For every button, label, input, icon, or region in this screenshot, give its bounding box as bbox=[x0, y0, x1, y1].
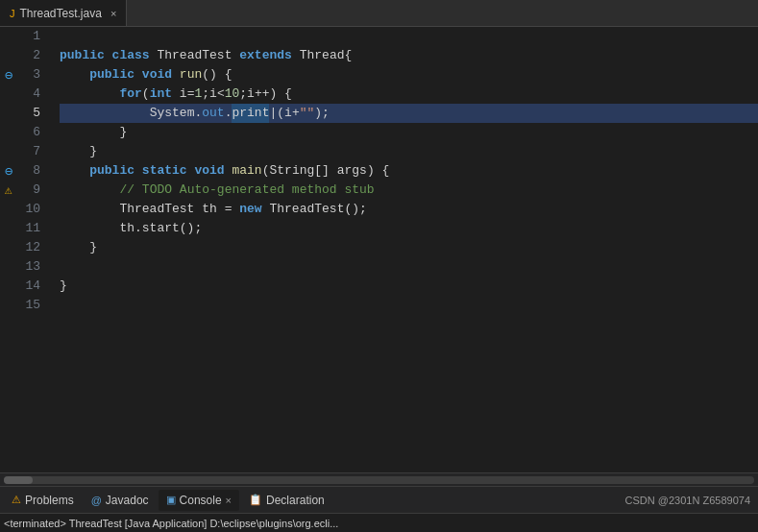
code-line-10: ThreadTest th = new ThreadTest(); bbox=[60, 200, 758, 219]
problems-icon: ⚠ bbox=[12, 494, 21, 506]
code-line-1 bbox=[60, 27, 758, 46]
marker-line-3: ⊖ bbox=[0, 65, 17, 85]
tab-close-button[interactable]: × bbox=[110, 8, 116, 19]
console-tab-close[interactable]: × bbox=[226, 495, 232, 506]
code-line-7: } bbox=[60, 142, 758, 161]
line-num-11: 11 bbox=[17, 219, 46, 238]
line-num-13: 13 bbox=[17, 257, 46, 277]
tab-bar: J ThreadTest.java × bbox=[0, 0, 758, 27]
editor-tab[interactable]: J ThreadTest.java × bbox=[0, 0, 127, 26]
marker-line-6 bbox=[0, 123, 17, 142]
scrollbar-thumb[interactable] bbox=[4, 476, 33, 484]
code-line-11: th.start(); bbox=[60, 219, 758, 238]
marker-line-8: ⊖ bbox=[0, 161, 17, 181]
code-line-12: } bbox=[60, 238, 758, 257]
code-line-15 bbox=[60, 296, 758, 315]
marker-line-5 bbox=[0, 104, 17, 123]
editor-area: ⊖ ⊖ ⚠ 1 2 3 4 5 6 7 8 9 10 11 12 13 14 1… bbox=[0, 27, 758, 472]
console-tab-label: Console bbox=[180, 494, 222, 507]
bottom-tabs-bar: ⚠ Problems @ Javadoc ▣ Console × 📋 Decla… bbox=[0, 486, 758, 513]
java-file-icon: J bbox=[10, 8, 15, 19]
line-num-1: 1 bbox=[17, 27, 46, 46]
code-line-6: } bbox=[60, 123, 758, 142]
line-num-8: 8 bbox=[17, 161, 46, 181]
marker-line-7 bbox=[0, 142, 17, 161]
code-line-14: } bbox=[60, 277, 758, 296]
marker-line-1 bbox=[0, 27, 17, 46]
code-line-4: for(int i=1;i<10;i++) { bbox=[60, 85, 758, 104]
marker-line-15 bbox=[0, 296, 17, 315]
line-numbers: 1 2 3 4 5 6 7 8 9 10 11 12 13 14 15 bbox=[17, 27, 52, 472]
marker-line-2 bbox=[0, 46, 17, 65]
line-num-2: 2 bbox=[17, 46, 46, 65]
line-num-12: 12 bbox=[17, 238, 46, 257]
line-num-10: 10 bbox=[17, 200, 46, 219]
code-line-8: public static void main(String[] args) { bbox=[60, 161, 758, 181]
marker-line-11 bbox=[0, 219, 17, 238]
console-icon: ▣ bbox=[166, 494, 176, 506]
line-num-14: 14 bbox=[17, 277, 46, 296]
scrollbar-track[interactable] bbox=[4, 476, 754, 484]
code-editor[interactable]: public class ThreadTest extends Thread{ … bbox=[52, 27, 758, 472]
line-num-3: 3 bbox=[17, 65, 46, 85]
line-num-6: 6 bbox=[17, 123, 46, 142]
status-info: CSDN @2301N Z6589074 bbox=[625, 495, 754, 506]
code-line-9: // TODO Auto-generated method stub bbox=[60, 181, 758, 200]
line-num-15: 15 bbox=[17, 296, 46, 315]
declaration-icon: 📋 bbox=[249, 494, 262, 506]
marker-line-12 bbox=[0, 238, 17, 257]
horizontal-scrollbar[interactable] bbox=[0, 472, 758, 486]
line-num-5: 5 bbox=[17, 104, 46, 123]
tab-console[interactable]: ▣ Console × bbox=[159, 490, 239, 511]
tab-problems[interactable]: ⚠ Problems bbox=[4, 490, 82, 511]
tab-declaration[interactable]: 📋 Declaration bbox=[241, 490, 332, 511]
terminated-text: <terminated> ThreadTest [Java Applicatio… bbox=[4, 518, 338, 529]
problems-tab-label: Problems bbox=[25, 494, 74, 507]
code-line-3: public void run() { bbox=[60, 65, 758, 85]
javadoc-tab-label: Javadoc bbox=[106, 494, 149, 507]
declaration-tab-label: Declaration bbox=[266, 494, 325, 507]
marker-line-4 bbox=[0, 85, 17, 104]
marker-line-13 bbox=[0, 257, 17, 277]
code-line-5: System.out.print|(i+""); bbox=[60, 104, 758, 123]
terminated-bar: <terminated> ThreadTest [Java Applicatio… bbox=[0, 513, 758, 532]
tab-filename: ThreadTest.java bbox=[20, 7, 102, 20]
marker-line-14 bbox=[0, 277, 17, 296]
left-markers: ⊖ ⊖ ⚠ bbox=[0, 27, 17, 472]
marker-line-10 bbox=[0, 200, 17, 219]
marker-line-9: ⚠ bbox=[0, 181, 17, 200]
javadoc-icon: @ bbox=[91, 495, 102, 506]
line-num-7: 7 bbox=[17, 142, 46, 161]
line-num-4: 4 bbox=[17, 85, 46, 104]
tab-javadoc[interactable]: @ Javadoc bbox=[84, 490, 157, 511]
code-line-13 bbox=[60, 257, 758, 277]
code-line-2: public class ThreadTest extends Thread{ bbox=[60, 46, 758, 65]
line-num-9: 9 bbox=[17, 181, 46, 200]
